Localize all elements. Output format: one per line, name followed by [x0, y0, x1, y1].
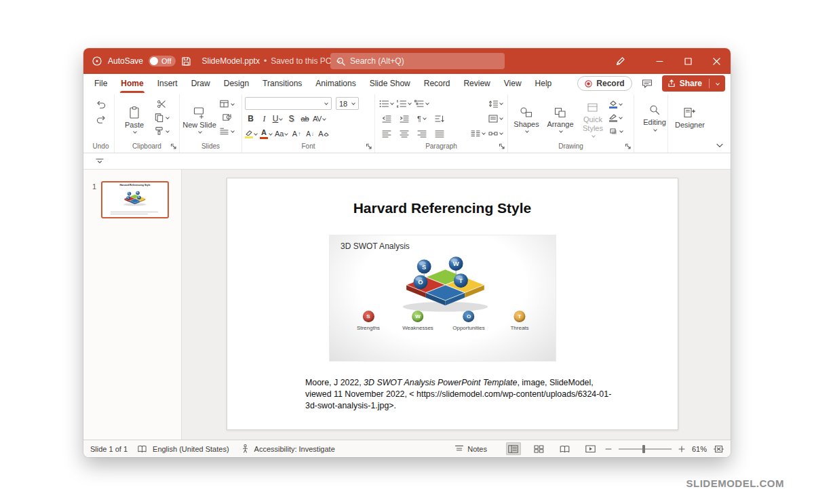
- text-direction-button[interactable]: ¶: [414, 112, 429, 125]
- slide-sorter-view-button[interactable]: [532, 442, 547, 455]
- paragraph-dialog-launcher[interactable]: [499, 143, 505, 150]
- accessibility-status[interactable]: Accessibility: Investigate: [254, 445, 335, 453]
- tab-view[interactable]: View: [497, 74, 528, 93]
- zoom-in-button[interactable]: [678, 446, 685, 452]
- bullets-button[interactable]: [379, 97, 394, 110]
- tab-draw[interactable]: Draw: [185, 74, 217, 93]
- document-title[interactable]: SlideModel.pptx • Saved to this PC: [202, 56, 341, 66]
- text-highlight-button[interactable]: [245, 128, 258, 140]
- section-button[interactable]: [219, 125, 235, 138]
- save-icon: [181, 56, 191, 66]
- font-color-button[interactable]: A: [260, 128, 273, 140]
- slide-title[interactable]: Harvard Referencing Style: [227, 200, 678, 216]
- slideshow-view-button[interactable]: [583, 442, 598, 455]
- tab-transitions[interactable]: Transitions: [256, 74, 309, 93]
- spellcheck-button[interactable]: [137, 445, 147, 453]
- tab-review[interactable]: Review: [457, 74, 497, 93]
- pane-toggle-icon[interactable]: [96, 158, 104, 165]
- ink-pen-button[interactable]: [610, 48, 630, 74]
- undo-button[interactable]: [94, 98, 109, 111]
- line-spacing-button[interactable]: [488, 97, 503, 110]
- clipboard-dialog-launcher[interactable]: [170, 143, 177, 150]
- decrease-font-size-button[interactable]: A↓: [304, 128, 315, 140]
- character-spacing-button[interactable]: AV: [313, 113, 326, 125]
- titlebar[interactable]: AutoSave Off SlideModel.pptx • Saved to …: [83, 48, 731, 74]
- shape-fill-button[interactable]: [608, 98, 623, 111]
- citation-text[interactable]: Moore, J 2022, 3D SWOT Analysis PowerPoi…: [305, 377, 612, 412]
- editing-button[interactable]: Editing: [637, 96, 672, 139]
- close-button[interactable]: [702, 48, 731, 74]
- share-button[interactable]: Share: [662, 75, 725, 92]
- text-shadow-button[interactable]: S: [286, 113, 297, 125]
- tab-animations[interactable]: Animations: [309, 74, 362, 93]
- font-size-select[interactable]: 18: [336, 97, 359, 110]
- quick-styles-button[interactable]: Quick Styles: [579, 96, 607, 141]
- sort-button[interactable]: [432, 112, 447, 125]
- decrease-indent-button[interactable]: [379, 112, 394, 125]
- collapse-ribbon-button[interactable]: [716, 143, 724, 149]
- fit-to-window-button[interactable]: [714, 445, 724, 453]
- shape-outline-button[interactable]: [608, 111, 623, 124]
- zoom-out-button[interactable]: [605, 446, 612, 452]
- cut-button[interactable]: [154, 98, 170, 111]
- tab-insert[interactable]: Insert: [151, 74, 185, 93]
- increase-indent-button[interactable]: [397, 112, 412, 125]
- arrange-button[interactable]: Arrange: [543, 96, 577, 141]
- font-name-select[interactable]: [245, 97, 332, 110]
- tab-slide-show[interactable]: Slide Show: [363, 74, 417, 93]
- format-painter-button[interactable]: [154, 125, 170, 138]
- convert-to-smartart-button[interactable]: [488, 127, 503, 140]
- justify-button[interactable]: [432, 127, 447, 140]
- shape-effects-button[interactable]: [608, 125, 623, 138]
- align-right-button[interactable]: [414, 127, 429, 140]
- change-case-button[interactable]: Aa: [275, 128, 288, 140]
- zoom-slider[interactable]: [619, 444, 672, 454]
- strikethrough-button[interactable]: ab: [299, 113, 311, 125]
- underline-button[interactable]: U: [272, 113, 284, 125]
- save-button[interactable]: [181, 56, 191, 66]
- autosave-toggle[interactable]: Off: [149, 56, 175, 66]
- font-dialog-launcher[interactable]: [366, 143, 372, 150]
- normal-view-button[interactable]: [506, 442, 521, 455]
- slide-layout-button[interactable]: [219, 98, 235, 111]
- swot-image[interactable]: 3D SWOT Analysis S Strengths W Weaknesse…: [329, 235, 556, 362]
- shapes-button[interactable]: Shapes: [511, 96, 542, 141]
- search-input[interactable]: [350, 56, 499, 66]
- zoom-level-button[interactable]: 61%: [692, 445, 707, 453]
- slide-canvas[interactable]: Harvard Referencing Style 3D SWOT Analys…: [227, 178, 678, 430]
- slide-canvas-area[interactable]: Harvard Referencing Style 3D SWOT Analys…: [182, 170, 731, 440]
- copy-button[interactable]: [154, 111, 170, 124]
- redo-button[interactable]: [94, 113, 109, 125]
- search-box[interactable]: [330, 53, 505, 69]
- bold-button[interactable]: B: [245, 113, 256, 125]
- accessibility-checker-button[interactable]: [241, 444, 249, 453]
- slide-thumbnail[interactable]: Harvard Referencing Style: [101, 181, 169, 218]
- minimize-button[interactable]: [645, 48, 674, 74]
- tab-file[interactable]: File: [88, 74, 114, 93]
- clear-formatting-button[interactable]: A: [317, 128, 329, 140]
- align-center-button[interactable]: [397, 127, 412, 140]
- tab-design[interactable]: Design: [217, 74, 256, 93]
- designer-button[interactable]: Designer: [671, 96, 709, 139]
- italic-button[interactable]: I: [258, 113, 270, 125]
- paste-button[interactable]: Paste: [117, 96, 151, 141]
- new-slide-button[interactable]: New Slide: [182, 96, 216, 141]
- columns-button[interactable]: [471, 127, 486, 140]
- multilevel-list-button[interactable]: [414, 97, 429, 110]
- tab-home[interactable]: Home: [114, 74, 150, 93]
- align-text-button[interactable]: [488, 112, 503, 125]
- increase-font-size-button[interactable]: A↑: [290, 128, 302, 140]
- language-button[interactable]: English (United States): [153, 445, 229, 453]
- zoom-slider-thumb[interactable]: [642, 445, 645, 453]
- drawing-dialog-launcher[interactable]: [625, 143, 632, 150]
- comments-button[interactable]: [638, 76, 656, 91]
- tab-help[interactable]: Help: [528, 74, 559, 93]
- record-button[interactable]: Record: [577, 76, 632, 91]
- numbering-button[interactable]: [397, 97, 412, 110]
- maximize-button[interactable]: [674, 48, 702, 74]
- reading-view-button[interactable]: [558, 442, 573, 455]
- notes-toggle[interactable]: Notes: [454, 445, 487, 453]
- tab-record[interactable]: Record: [417, 74, 457, 93]
- align-left-button[interactable]: [379, 127, 394, 140]
- reset-slide-button[interactable]: [219, 111, 235, 124]
